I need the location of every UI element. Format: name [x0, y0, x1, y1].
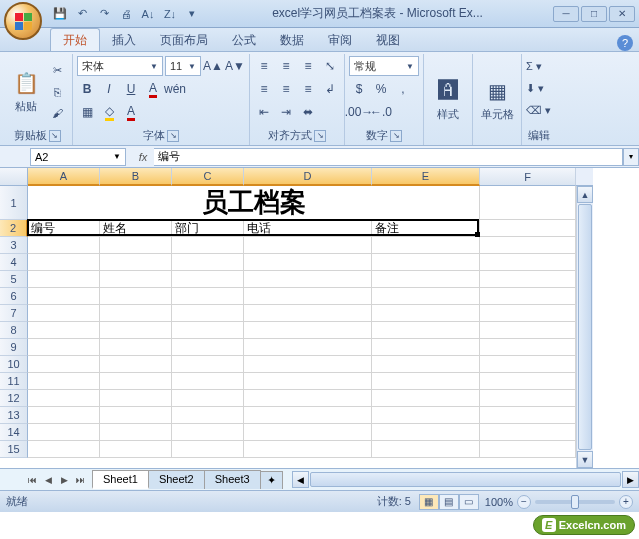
col-header-F[interactable]: F	[480, 168, 576, 186]
cell-D5[interactable]	[244, 271, 372, 288]
cell-F6[interactable]	[480, 288, 576, 305]
row-header-12[interactable]: 12	[0, 390, 28, 407]
cell-C3[interactable]	[172, 237, 244, 254]
row-header-15[interactable]: 15	[0, 441, 28, 458]
cell-E15[interactable]	[372, 441, 480, 458]
tab-pagelayout[interactable]: 页面布局	[148, 29, 220, 51]
cell-A12[interactable]	[28, 390, 100, 407]
styles-button[interactable]: 🅰 样式	[428, 56, 468, 142]
cell-E8[interactable]	[372, 322, 480, 339]
cell-C11[interactable]	[172, 373, 244, 390]
row-header-7[interactable]: 7	[0, 305, 28, 322]
orientation-icon[interactable]: ⤡	[320, 56, 340, 76]
cell-A9[interactable]	[28, 339, 100, 356]
undo-icon[interactable]: ↶	[72, 4, 92, 24]
fill-color-icon[interactable]: ◇	[99, 102, 119, 122]
cell-A7[interactable]	[28, 305, 100, 322]
cell-F4[interactable]	[480, 254, 576, 271]
number-format-combo[interactable]: 常规▼	[349, 56, 419, 76]
cell-B3[interactable]	[100, 237, 172, 254]
cell-A14[interactable]	[28, 424, 100, 441]
row-header-4[interactable]: 4	[0, 254, 28, 271]
align-bottom-icon[interactable]: ≡	[298, 56, 318, 76]
tab-data[interactable]: 数据	[268, 29, 316, 51]
fx-icon[interactable]: fx	[132, 151, 154, 163]
cell-D4[interactable]	[244, 254, 372, 271]
align-center-icon[interactable]: ≡	[276, 79, 296, 99]
cell-F5[interactable]	[480, 271, 576, 288]
save-icon[interactable]: 💾	[50, 4, 70, 24]
cell-F11[interactable]	[480, 373, 576, 390]
cell-D8[interactable]	[244, 322, 372, 339]
view-pagebreak-icon[interactable]: ▭	[459, 494, 479, 510]
cell-E7[interactable]	[372, 305, 480, 322]
cell-E9[interactable]	[372, 339, 480, 356]
cell-B11[interactable]	[100, 373, 172, 390]
cell-D9[interactable]	[244, 339, 372, 356]
quickprint-icon[interactable]: 🖨	[116, 4, 136, 24]
cell-A15[interactable]	[28, 441, 100, 458]
cell-A3[interactable]	[28, 237, 100, 254]
row-header-3[interactable]: 3	[0, 237, 28, 254]
view-pagelayout-icon[interactable]: ▤	[439, 494, 459, 510]
horizontal-scrollbar[interactable]: ◀ ▶	[292, 471, 639, 488]
cell-D15[interactable]	[244, 441, 372, 458]
decrease-indent-icon[interactable]: ⇤	[254, 102, 274, 122]
number-launcher-icon[interactable]: ↘	[390, 130, 402, 142]
cell-A11[interactable]	[28, 373, 100, 390]
cell-E12[interactable]	[372, 390, 480, 407]
align-left-icon[interactable]: ≡	[254, 79, 274, 99]
align-right-icon[interactable]: ≡	[298, 79, 318, 99]
cell-F15[interactable]	[480, 441, 576, 458]
zoom-level[interactable]: 100%	[485, 496, 513, 508]
cell-B4[interactable]	[100, 254, 172, 271]
cell-C2[interactable]: 部门	[172, 220, 244, 237]
tab-prev-icon[interactable]: ◀	[40, 472, 56, 488]
tab-insert[interactable]: 插入	[100, 29, 148, 51]
cell-B13[interactable]	[100, 407, 172, 424]
minimize-button[interactable]: ─	[553, 6, 579, 22]
decrease-decimal-icon[interactable]: ←.0	[371, 102, 391, 122]
cell-C9[interactable]	[172, 339, 244, 356]
cells-button[interactable]: ▦ 单元格	[477, 56, 517, 142]
cell-F14[interactable]	[480, 424, 576, 441]
shrink-font-icon[interactable]: A▼	[225, 56, 245, 76]
redo-icon[interactable]: ↷	[94, 4, 114, 24]
formula-expand-icon[interactable]: ▾	[623, 148, 639, 166]
help-icon[interactable]: ?	[617, 35, 633, 51]
cell-B9[interactable]	[100, 339, 172, 356]
cell-A10[interactable]	[28, 356, 100, 373]
vertical-scrollbar[interactable]: ▲ ▼	[576, 186, 593, 468]
clipboard-launcher-icon[interactable]: ↘	[49, 130, 61, 142]
cell-C12[interactable]	[172, 390, 244, 407]
cell-A13[interactable]	[28, 407, 100, 424]
scroll-up-icon[interactable]: ▲	[577, 186, 593, 203]
format-painter-icon[interactable]: 🖌	[48, 104, 66, 122]
cell-C4[interactable]	[172, 254, 244, 271]
cell-E4[interactable]	[372, 254, 480, 271]
cell-C8[interactable]	[172, 322, 244, 339]
col-header-E[interactable]: E	[372, 168, 480, 186]
paste-button[interactable]: 📋 粘贴	[6, 56, 46, 127]
cell-B10[interactable]	[100, 356, 172, 373]
underline-button[interactable]: U	[121, 79, 141, 99]
row-header-2[interactable]: 2	[0, 220, 28, 237]
cell-D13[interactable]	[244, 407, 372, 424]
sort-desc-icon[interactable]: Z↓	[160, 4, 180, 24]
wrap-text-icon[interactable]: ↲	[320, 79, 340, 99]
phonetic-icon[interactable]: wén	[165, 79, 185, 99]
zoom-thumb[interactable]	[571, 495, 579, 509]
tab-view[interactable]: 视图	[364, 29, 412, 51]
select-all-button[interactable]	[0, 168, 28, 186]
col-header-B[interactable]: B	[100, 168, 172, 186]
cell-C6[interactable]	[172, 288, 244, 305]
percent-icon[interactable]: %	[371, 79, 391, 99]
tab-home[interactable]: 开始	[50, 28, 100, 51]
cell-A8[interactable]	[28, 322, 100, 339]
copy-icon[interactable]: ⎘	[48, 83, 66, 101]
cell-A5[interactable]	[28, 271, 100, 288]
alignment-launcher-icon[interactable]: ↘	[314, 130, 326, 142]
cell-E13[interactable]	[372, 407, 480, 424]
comma-icon[interactable]: ,	[393, 79, 413, 99]
tab-formulas[interactable]: 公式	[220, 29, 268, 51]
